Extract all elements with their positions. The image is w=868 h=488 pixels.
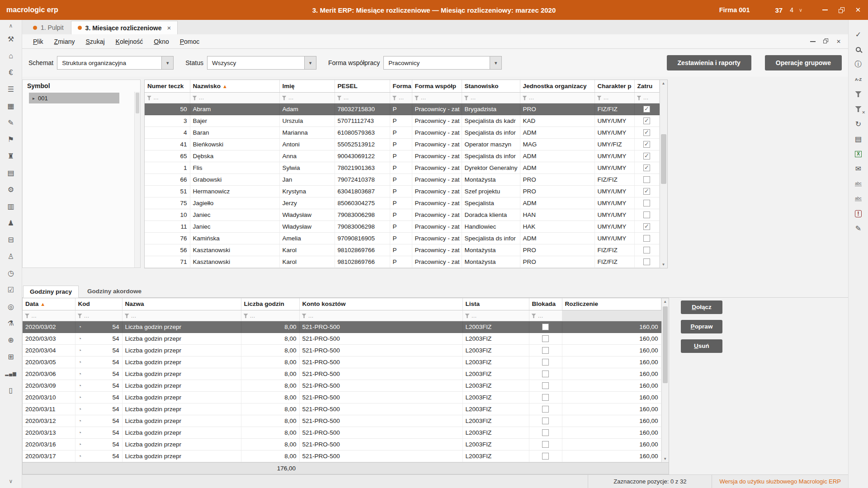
column-header[interactable]: Blokada <box>529 298 562 310</box>
blokada-checkbox[interactable] <box>542 347 549 354</box>
blokada-checkbox[interactable] <box>542 429 549 436</box>
employment-checkbox[interactable] <box>643 164 650 171</box>
menu-item-kolejność[interactable]: Kolejność <box>111 36 148 47</box>
employment-checkbox[interactable] <box>643 211 650 218</box>
projects-icon[interactable]: ⚑ <box>0 131 22 148</box>
settings-icon[interactable]: ⚙ <box>0 181 22 198</box>
tree-item-001[interactable]: ▸ 001 <box>29 93 119 103</box>
sort-az-icon[interactable]: A-Z <box>849 72 868 87</box>
column-header[interactable]: Rozliczenie <box>562 298 661 310</box>
print-icon[interactable]: ▤ <box>849 131 868 146</box>
employee-row[interactable]: 3BajerUrszula57071112743PPracownicy - za… <box>145 115 659 127</box>
column-filter[interactable]: … <box>23 310 75 321</box>
calendar-icon[interactable]: ⊞ <box>0 348 22 365</box>
column-filter[interactable]: … <box>412 92 462 103</box>
employment-checkbox[interactable] <box>643 153 650 160</box>
forma-wspolpracy-dropdown[interactable]: Pracownicy ▾ <box>383 56 502 70</box>
employee-row[interactable]: 76KamińskaAmelia97090816905PPracownicy -… <box>145 232 659 244</box>
blokada-checkbox[interactable] <box>542 382 549 389</box>
minimize-button[interactable] <box>821 6 829 14</box>
hours-row[interactable]: 2020/03/06◔54Liczba godzin przepr8,00521… <box>23 368 661 380</box>
filter-clear-icon[interactable]: ✕ <box>849 102 868 117</box>
employee-row[interactable]: 50AbramAdam78032715830PPracownicy - zatB… <box>145 103 659 115</box>
column-filter[interactable]: … <box>335 92 390 103</box>
employment-checkbox[interactable] <box>643 223 650 230</box>
warning-icon[interactable]: ! <box>849 206 868 221</box>
employee-row[interactable]: 65DębskaAnna90043069122PPracownicy - zat… <box>145 150 659 162</box>
employee-row[interactable]: 1FlisSylwia78021901363PPracownicy - zatD… <box>145 162 659 174</box>
clipboard-icon[interactable]: ▤ <box>0 164 22 181</box>
sales-icon[interactable]: ☰ <box>0 81 22 98</box>
edit-button[interactable]: Popraw <box>681 320 722 333</box>
tree-expand-icon[interactable]: ▸ <box>33 96 35 101</box>
column-filter[interactable]: … <box>390 92 412 103</box>
delete-button[interactable]: Usuń <box>681 339 722 353</box>
column-header[interactable]: Forma <box>390 80 412 92</box>
column-filter[interactable]: … <box>190 92 279 103</box>
blokada-checkbox[interactable] <box>542 394 549 401</box>
reports-icon[interactable]: ▦ <box>0 98 22 114</box>
clock-icon[interactable]: ◷ <box>0 265 22 282</box>
child-close-button[interactable]: ✕ <box>835 38 842 45</box>
employment-checkbox[interactable] <box>643 258 650 265</box>
email-icon[interactable]: ✉ <box>849 161 868 176</box>
tab-1[interactable]: 1. Pulpit <box>27 21 70 34</box>
search-icon[interactable] <box>849 42 868 57</box>
column-filter[interactable]: … <box>594 92 634 103</box>
scroll-down-icon[interactable]: ▼ <box>660 261 667 268</box>
hours-row[interactable]: 2020/03/04◔54Liczba godzin przepr8,00521… <box>23 345 661 357</box>
schemat-dropdown[interactable]: Struktura organizacyjna ▾ <box>57 56 174 70</box>
blokada-checkbox[interactable] <box>542 441 549 448</box>
menu-item-zmiany[interactable]: Zmiany <box>50 36 80 47</box>
accept-icon[interactable]: ✓ <box>849 27 868 42</box>
column-filter[interactable]: … <box>122 310 241 321</box>
column-header[interactable]: Nazwa <box>122 298 241 310</box>
home-icon[interactable]: ⌂ <box>0 47 22 64</box>
spellcheck-icon[interactable]: abc <box>849 176 868 191</box>
chevron-down-icon[interactable]: ∨ <box>799 7 802 13</box>
blokada-checkbox[interactable] <box>542 371 549 377</box>
hours-row[interactable]: 2020/03/03◔54Liczba godzin przepr8,00521… <box>23 333 661 345</box>
column-header[interactable]: Konto kosztów <box>299 298 462 310</box>
column-filter[interactable] <box>562 310 661 321</box>
dropdown-arrow-icon[interactable]: ▾ <box>490 56 501 69</box>
trash-icon[interactable]: ▥ <box>0 198 22 215</box>
column-header[interactable]: Liczba godzin <box>241 298 299 310</box>
menu-item-okno[interactable]: Okno <box>149 36 173 47</box>
employee-row[interactable]: 51HermanowiczKrystyna63041803687PPracown… <box>145 185 659 197</box>
design-icon[interactable]: ✎ <box>0 114 22 131</box>
tools-icon[interactable]: ⚒ <box>0 31 22 47</box>
column-filter[interactable]: … <box>299 310 462 321</box>
column-header[interactable]: Zatru <box>634 80 659 92</box>
hours-row[interactable]: 2020/03/11◔54Liczba godzin przepr8,00521… <box>23 404 661 415</box>
column-filter[interactable]: … <box>279 92 335 103</box>
scroll-up-icon[interactable]: ▲ <box>662 298 669 305</box>
employment-checkbox[interactable] <box>643 188 650 195</box>
excel-export-icon[interactable]: X <box>849 146 868 161</box>
column-header[interactable]: Kod <box>75 298 122 310</box>
status-dropdown[interactable]: Wszyscy ▾ <box>207 56 316 70</box>
column-header[interactable]: Data▲ <box>23 298 75 310</box>
dropdown-arrow-icon[interactable]: ▾ <box>161 56 173 69</box>
attach-button[interactable]: Dołącz <box>681 300 722 314</box>
employment-checkbox[interactable] <box>643 141 650 148</box>
blokada-checkbox[interactable] <box>542 324 549 330</box>
tab-godziny-pracy[interactable]: Godziny pracy <box>23 286 79 298</box>
menu-item-plik[interactable]: Plik <box>28 36 48 47</box>
search-doc-icon[interactable]: ◎ <box>0 298 22 315</box>
scroll-up-icon[interactable]: ▲ <box>660 80 667 87</box>
chevron-up-icon[interactable]: ∧ <box>0 21 22 31</box>
hours-row[interactable]: 2020/03/02◔54Liczba godzin przepr8,00521… <box>23 321 661 333</box>
tab-godziny-akordowe[interactable]: Godziny akordowe <box>80 285 148 297</box>
tab-close-icon[interactable]: × <box>167 24 171 32</box>
document-icon[interactable]: ▯ <box>0 382 22 399</box>
scrollbar-thumb[interactable] <box>661 134 666 184</box>
globe-icon[interactable]: ⊕ <box>0 332 22 348</box>
edit-pen-icon[interactable]: ✎ <box>849 221 868 236</box>
scrollbar-thumb[interactable] <box>663 306 668 383</box>
employee-row[interactable]: 56KasztanowskiKarol98102869766PPracownic… <box>145 244 659 256</box>
employee-row[interactable]: 41BieńkowskiAntoni55052513912PPracownicy… <box>145 138 659 150</box>
menu-item-pomoc[interactable]: Pomoc <box>175 36 204 47</box>
folder-icon[interactable]: ⊟ <box>0 231 22 248</box>
people-icon[interactable]: ♟ <box>0 215 22 231</box>
